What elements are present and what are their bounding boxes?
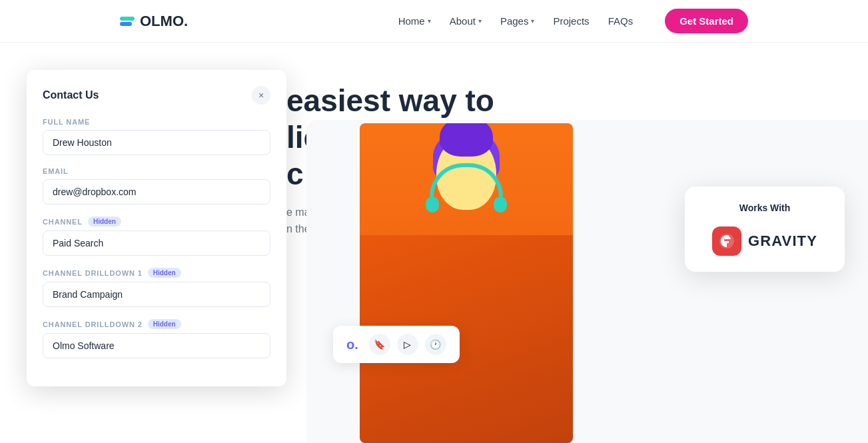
works-with-card: Works With GRAVITY (685, 187, 845, 272)
gravity-logo: GRAVITY (701, 226, 829, 256)
nav-home[interactable]: Home ▾ (398, 15, 431, 27)
headphone-ear-right (494, 197, 507, 213)
channel-input[interactable] (43, 230, 270, 256)
channel-dd1-hidden-badge: Hidden (148, 268, 181, 278)
field-fullname-label: FULL NAME (43, 118, 270, 126)
gravity-icon (712, 226, 741, 256)
person-figure (360, 123, 573, 443)
gravity-svg-icon (718, 232, 735, 250)
logo-icon (120, 17, 135, 26)
get-started-button[interactable]: Get Started (665, 9, 748, 33)
icon-row: 🔖 ▷ 🕐 (369, 334, 446, 355)
brand-overlay-card: o. 🔖 ▷ 🕐 (333, 326, 460, 363)
headphone-ear-left (426, 197, 439, 213)
field-channel-dd2-label: CHANNEL DRILLDOWN 2 Hidden (43, 319, 270, 329)
fullname-input[interactable] (43, 130, 270, 155)
field-channel-dd1-group: CHANNEL DRILLDOWN 1 Hidden (43, 268, 270, 307)
bookmark-icon-btn[interactable]: 🔖 (369, 334, 390, 355)
channel-dd2-hidden-badge: Hidden (148, 319, 181, 329)
send-icon-btn[interactable]: ▷ (397, 334, 418, 355)
channel-dd1-input[interactable] (43, 282, 270, 307)
modal-title: Contact Us (43, 89, 99, 101)
channel-dd2-input[interactable] (43, 333, 270, 358)
hero-person-image (360, 123, 573, 443)
modal-close-button[interactable]: × (252, 86, 270, 105)
email-input[interactable] (43, 179, 270, 205)
home-arrow-icon: ▾ (428, 17, 431, 25)
field-channel-group: CHANNEL Hidden (43, 217, 270, 256)
navbar: OLMO. Home ▾ About ▾ Pages ▾ Projects FA… (0, 0, 868, 43)
modal-header: Contact Us × (43, 86, 270, 105)
gravity-brand-name: GRAVITY (748, 232, 817, 250)
channel-hidden-badge: Hidden (88, 217, 121, 226)
clock-icon-btn[interactable]: 🕐 (425, 334, 446, 355)
nav-faqs[interactable]: FAQs (608, 15, 634, 27)
field-email-group: EMAIL (43, 167, 270, 205)
nav-about[interactable]: About ▾ (450, 15, 482, 27)
logo-text: OLMO. (140, 13, 188, 30)
field-channel-label: CHANNEL Hidden (43, 217, 270, 226)
about-arrow-icon: ▾ (478, 17, 482, 25)
field-email-label: EMAIL (43, 167, 270, 175)
pages-arrow-icon: ▾ (531, 17, 534, 25)
works-with-title: Works With (701, 203, 829, 213)
hero-image-area: o. 🔖 ▷ 🕐 (306, 120, 868, 443)
nav-projects[interactable]: Projects (553, 15, 589, 27)
contact-modal: Contact Us × FULL NAME EMAIL CHANNEL Hid… (27, 70, 286, 386)
nav-pages[interactable]: Pages ▾ (500, 15, 535, 27)
field-channel-dd2-group: CHANNEL DRILLDOWN 2 Hidden (43, 319, 270, 358)
nav-links: Home ▾ About ▾ Pages ▾ Projects FAQs Get… (398, 9, 748, 33)
person-hat (440, 123, 493, 157)
field-channel-dd1-label: CHANNEL DRILLDOWN 1 Hidden (43, 268, 270, 278)
logo[interactable]: OLMO. (120, 13, 188, 30)
field-fullname-group: FULL NAME (43, 118, 270, 155)
brand-logo-small: o. (346, 337, 358, 352)
